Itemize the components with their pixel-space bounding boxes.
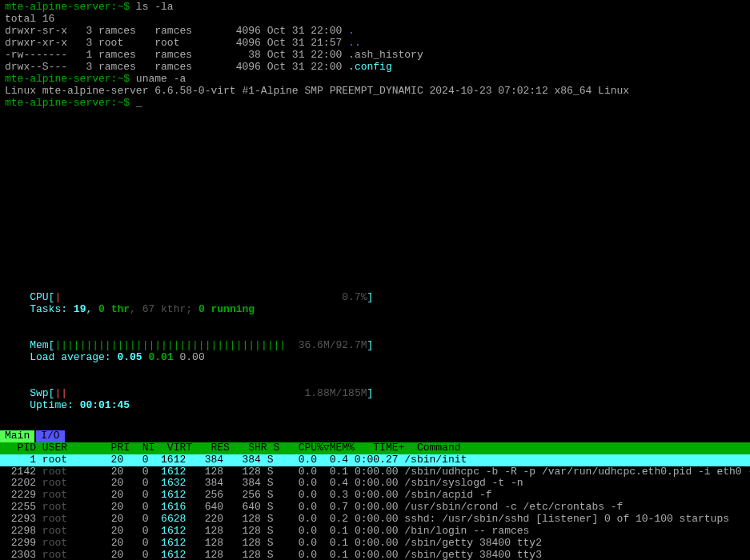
uname-output: Linux mte-alpine-server 6.6.58-0-virt #1… — [5, 86, 745, 98]
uptime-label: Uptime: — [30, 399, 79, 411]
process-row[interactable]: 2255 root 20 0 1616 640 640 S 0.0 0.7 0:… — [0, 502, 750, 514]
terminal-output: mte-alpine-server:~$ ls -la total 16 drw… — [0, 0, 750, 110]
prompt: mte-alpine-server:~$ — [5, 97, 136, 109]
selected-process[interactable]: 1 root 20 0 1612 384 384 S 0.0 0.4 0:00.… — [0, 454, 750, 466]
cpu-value: 0.7% — [61, 291, 367, 303]
prompt: mte-alpine-server:~$ — [5, 73, 136, 85]
ls-entry: drwx--S--- 3 ramces ramces 4096 Oct 31 2… — [5, 62, 745, 74]
process-row[interactable]: 2303 root 20 0 1612 128 128 S 0.0 0.1 0:… — [0, 550, 750, 560]
ls-entry: -rw------- 1 ramces ramces 38 Oct 31 22:… — [5, 50, 745, 62]
prompt: mte-alpine-server:~$ — [5, 1, 136, 13]
cursor[interactable]: _ — [136, 97, 142, 109]
process-row[interactable]: 2202 root 20 0 1632 384 384 S 0.0 0.4 0:… — [0, 478, 750, 490]
ls-entry: drwxr-sr-x 3 ramces ramces 4096 Oct 31 2… — [5, 26, 745, 38]
tab-io[interactable]: I/O — [36, 430, 64, 442]
process-row[interactable]: 2298 root 20 0 1612 128 128 S 0.0 0.1 0:… — [0, 526, 750, 538]
empty-space — [0, 110, 750, 278]
command: uname -a — [136, 73, 186, 85]
cpu-label: CPU[ — [30, 291, 54, 303]
process-row[interactable]: 2293 root 20 0 6628 220 128 S 0.0 0.2 0:… — [0, 514, 750, 526]
process-row[interactable]: 2229 root 20 0 1612 256 256 S 0.0 0.3 0:… — [0, 490, 750, 502]
htop-meters: CPU[| 0.7%] Tasks: 19, 0 thr, 67 kthr; 0… — [0, 278, 750, 425]
mem-bar: ||||||||||||||||||||||||||||||||||||| — [54, 339, 286, 351]
process-header[interactable]: PID USER PRI NI VIRT RES SHR S CPU%▽MEM%… — [0, 442, 750, 454]
swp-label: Swp[ — [30, 387, 54, 399]
tab-main[interactable]: Main — [0, 430, 34, 442]
load-label: Load average: — [30, 351, 117, 363]
mem-label: Mem[ — [30, 339, 54, 351]
ls-total: total 16 — [5, 14, 745, 26]
process-list[interactable]: 2142 root 20 0 1612 128 128 S 0.0 0.1 0:… — [0, 466, 750, 561]
swp-bar: || — [54, 387, 67, 399]
process-row[interactable]: 2299 root 20 0 1612 128 128 S 0.0 0.1 0:… — [0, 538, 750, 550]
htop-tabs: Main I/O — [0, 430, 750, 442]
command: ls -la — [136, 1, 174, 13]
tasks-label: Tasks: — [30, 303, 74, 315]
process-row[interactable]: 2142 root 20 0 1612 128 128 S 0.0 0.1 0:… — [0, 466, 750, 478]
ls-entry: drwxr-xr-x 3 root root 4096 Oct 31 21:57… — [5, 38, 745, 50]
